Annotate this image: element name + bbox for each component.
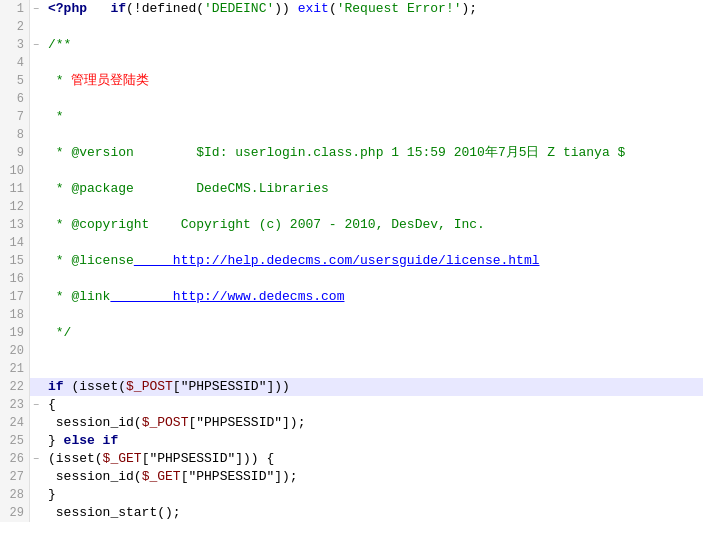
token: else if bbox=[64, 433, 119, 448]
line-number: 15 bbox=[0, 252, 30, 270]
fold-button[interactable]: − bbox=[30, 36, 42, 54]
line-row: 2 bbox=[0, 18, 703, 36]
fold-button bbox=[30, 504, 42, 522]
token: if bbox=[110, 1, 126, 16]
token: } bbox=[48, 433, 64, 448]
code-line-content: } else if bbox=[42, 432, 703, 450]
line-number: 29 bbox=[0, 504, 30, 522]
code-line-content: * @package DedeCMS.Libraries bbox=[42, 180, 703, 198]
line-row: 7 * bbox=[0, 108, 703, 126]
line-row: 9 * @version $Id: userlogin.class.php 1 … bbox=[0, 144, 703, 162]
fold-button bbox=[30, 90, 42, 108]
token: ["PHPSESSID"]); bbox=[188, 415, 305, 430]
fold-button bbox=[30, 162, 42, 180]
token: )) bbox=[274, 1, 297, 16]
token: if bbox=[48, 379, 64, 394]
line-number: 14 bbox=[0, 234, 30, 252]
fold-button bbox=[30, 234, 42, 252]
line-number: 13 bbox=[0, 216, 30, 234]
code-line-content: */ bbox=[42, 324, 703, 342]
token: 'Request Error!' bbox=[337, 1, 462, 16]
fold-button bbox=[30, 126, 42, 144]
line-row: 4 bbox=[0, 54, 703, 72]
line-row: 21 bbox=[0, 360, 703, 378]
fold-button bbox=[30, 108, 42, 126]
token: ["PHPSESSID"])) bbox=[173, 379, 298, 394]
fold-button[interactable]: − bbox=[30, 0, 42, 18]
code-editor: 1−<?php if(!defined('DEDEINC')) exit('Re… bbox=[0, 0, 703, 535]
line-row: 19 */ bbox=[0, 324, 703, 342]
token: 'DEDEINC' bbox=[204, 1, 274, 16]
line-number: 5 bbox=[0, 72, 30, 90]
line-number: 19 bbox=[0, 324, 30, 342]
code-line-content bbox=[42, 126, 703, 144]
fold-button[interactable]: − bbox=[30, 450, 42, 468]
token: } bbox=[48, 487, 56, 502]
code-line-content: * 管理员登陆类 bbox=[42, 72, 703, 90]
code-line-content bbox=[42, 54, 703, 72]
code-line-content: } bbox=[42, 486, 703, 504]
code-line-content: * @link http://www.dedecms.com bbox=[42, 288, 703, 306]
line-number: 20 bbox=[0, 342, 30, 360]
code-line-content: * @copyright Copyright (c) 2007 - 2010, … bbox=[42, 216, 703, 234]
line-number: 12 bbox=[0, 198, 30, 216]
code-line-content bbox=[42, 18, 703, 36]
line-row: 14 bbox=[0, 234, 703, 252]
fold-button bbox=[30, 468, 42, 486]
token: * @version bbox=[48, 145, 134, 160]
line-number: 26 bbox=[0, 450, 30, 468]
line-number: 8 bbox=[0, 126, 30, 144]
line-number: 9 bbox=[0, 144, 30, 162]
code-line-content bbox=[42, 270, 703, 288]
token: $_POST bbox=[142, 415, 189, 430]
fold-button bbox=[30, 72, 42, 90]
line-row: 23−{ bbox=[0, 396, 703, 414]
line-number: 23 bbox=[0, 396, 30, 414]
line-number: 24 bbox=[0, 414, 30, 432]
line-number: 22 bbox=[0, 378, 30, 396]
code-line-content: /** bbox=[42, 36, 703, 54]
code-line-content bbox=[42, 234, 703, 252]
token: $_GET bbox=[142, 469, 181, 484]
fold-button bbox=[30, 324, 42, 342]
token: session_id( bbox=[48, 415, 142, 430]
line-number: 25 bbox=[0, 432, 30, 450]
line-number: 21 bbox=[0, 360, 30, 378]
line-number: 28 bbox=[0, 486, 30, 504]
token: /** bbox=[48, 37, 71, 52]
line-row: 10 bbox=[0, 162, 703, 180]
fold-button bbox=[30, 288, 42, 306]
token: * bbox=[48, 109, 64, 124]
fold-button[interactable]: − bbox=[30, 396, 42, 414]
code-line-content bbox=[42, 342, 703, 360]
token: session_start(); bbox=[48, 505, 181, 520]
token: * @link bbox=[48, 289, 110, 304]
token: ( bbox=[329, 1, 337, 16]
token: 管理员登陆类 bbox=[71, 73, 149, 88]
token: DedeCMS.Libraries bbox=[134, 181, 329, 196]
fold-button bbox=[30, 378, 42, 396]
fold-button bbox=[30, 414, 42, 432]
line-row: 6 bbox=[0, 90, 703, 108]
token: ["PHPSESSID"])) { bbox=[142, 451, 275, 466]
code-line-content: * @version $Id: userlogin.class.php 1 15… bbox=[42, 144, 703, 162]
line-row: 27 session_id($_GET["PHPSESSID"]); bbox=[0, 468, 703, 486]
token: (isset( bbox=[48, 451, 103, 466]
token: (!defined( bbox=[126, 1, 204, 16]
token: $_POST bbox=[126, 379, 173, 394]
token: exit bbox=[298, 1, 329, 16]
fold-button bbox=[30, 144, 42, 162]
code-line-content bbox=[42, 198, 703, 216]
line-row: 28 } bbox=[0, 486, 703, 504]
line-number: 11 bbox=[0, 180, 30, 198]
line-row: 1−<?php if(!defined('DEDEINC')) exit('Re… bbox=[0, 0, 703, 18]
line-number: 16 bbox=[0, 270, 30, 288]
line-number: 17 bbox=[0, 288, 30, 306]
line-number: 27 bbox=[0, 468, 30, 486]
code-line-content: session_start(); bbox=[42, 504, 703, 522]
line-number: 2 bbox=[0, 18, 30, 36]
fold-button bbox=[30, 198, 42, 216]
line-row: 18 bbox=[0, 306, 703, 324]
fold-button bbox=[30, 54, 42, 72]
token: <?php bbox=[48, 1, 87, 16]
